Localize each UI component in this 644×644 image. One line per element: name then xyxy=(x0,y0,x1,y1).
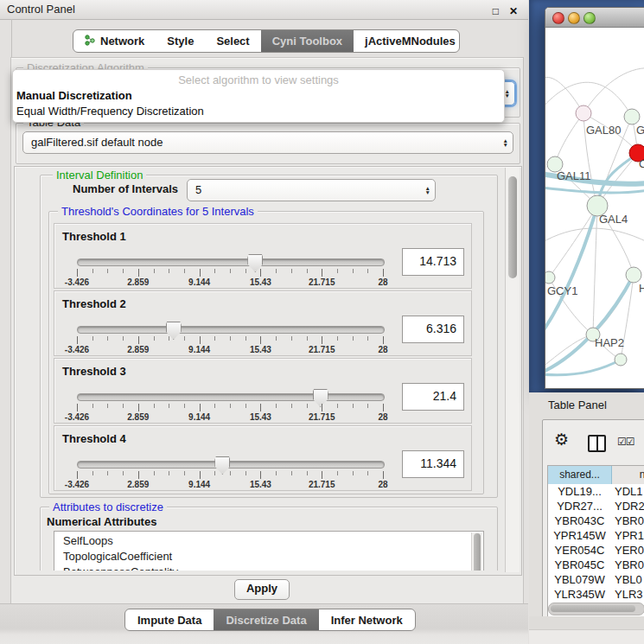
control-panel-tabbar: Network Style Select Cyni Toolbox jActiv… xyxy=(73,29,460,53)
columns-icon[interactable] xyxy=(588,435,606,452)
threshold-3-card: Threshold 3 -3.4262.8599.14415.4321.7152… xyxy=(54,358,472,424)
node-label: HAP2 xyxy=(595,336,624,349)
cell: YDR2 xyxy=(615,499,644,513)
number-of-intervals-combobox[interactable]: 5 ▲ ▼ xyxy=(187,179,436,201)
network-view-window: GAL80 GA GAL11 C GAL4 GCY1 H HAP2 xyxy=(545,7,644,389)
node-label: GCY1 xyxy=(547,284,577,297)
tick-label: 28 xyxy=(378,345,387,354)
tab-style[interactable]: Style xyxy=(156,30,205,52)
threshold-3-value-field[interactable]: 21.4 xyxy=(402,383,464,411)
table-row[interactable]: YBR043CYBR0 xyxy=(548,513,644,528)
slider-tick-labels: -3.4262.8599.14415.4321.71528 xyxy=(77,412,383,423)
zoom-traffic-light[interactable] xyxy=(583,12,596,24)
tick-label: 21.715 xyxy=(309,345,335,354)
threshold-1-value-field[interactable]: 14.713 xyxy=(402,248,464,276)
threshold-1-card: Threshold 1 -3.4262.8599.14415.4321.7152… xyxy=(54,223,472,289)
network-node[interactable] xyxy=(615,354,627,366)
list-item[interactable]: SelfLoops xyxy=(63,533,113,549)
cell: YPR1 xyxy=(615,528,644,543)
threshold-4-slider[interactable] xyxy=(77,461,385,469)
tick-label: 9.144 xyxy=(188,480,210,489)
close-traffic-light[interactable] xyxy=(552,12,564,24)
network-window-titlebar[interactable] xyxy=(545,8,644,28)
tick-label: 9.144 xyxy=(188,277,210,287)
menu-item-manual-discretization[interactable]: Manual Discretization xyxy=(16,89,132,102)
tick-label: -3.426 xyxy=(65,412,89,422)
tick-label: 28 xyxy=(378,412,387,422)
numerical-attributes-list[interactable]: SelfLoops TopologicalCoefficient Between… xyxy=(54,531,484,571)
node-table: shared... n YDL19...YDL1 YDR27...YDR2 YB… xyxy=(547,465,644,616)
tick-label: 21.715 xyxy=(309,277,335,287)
select-columns-checkboxes-icon[interactable]: ☑☑ xyxy=(617,436,634,448)
number-of-intervals-label: Number of Intervals xyxy=(73,182,178,195)
combo-stepper-icon: ▲ ▼ xyxy=(425,186,430,194)
tab-select-label: Select xyxy=(216,35,249,48)
node-label: C xyxy=(639,157,644,170)
slider-ticks xyxy=(77,471,383,480)
column-header-shared-name[interactable]: shared... xyxy=(548,466,612,485)
tick-label: -3.426 xyxy=(65,277,89,287)
list-item[interactable]: TopologicalCoefficient xyxy=(63,549,172,564)
table-row[interactable]: YPR145WYPR1 xyxy=(548,528,644,543)
minimize-traffic-light[interactable] xyxy=(568,12,580,24)
tick-label: 15.43 xyxy=(250,277,271,287)
column-header-name[interactable]: n xyxy=(612,466,644,485)
network-node[interactable] xyxy=(626,267,641,283)
settings-viewport: Interval Definition Number of Intervals … xyxy=(16,168,505,571)
tick-label: 15.43 xyxy=(250,480,271,489)
tab-network[interactable]: Network xyxy=(73,30,156,52)
numerical-attributes-label: Numerical Attributes xyxy=(47,515,156,528)
threshold-1-slider[interactable] xyxy=(77,258,385,266)
settings-scrollbar[interactable] xyxy=(505,168,520,572)
table-row[interactable]: YDL19...YDL1 xyxy=(548,484,644,499)
network-canvas[interactable]: GAL80 GA GAL11 C GAL4 GCY1 H HAP2 xyxy=(545,27,644,387)
list-scrollbar[interactable] xyxy=(471,532,482,571)
number-of-intervals-value: 5 xyxy=(195,180,201,200)
tab-select[interactable]: Select xyxy=(205,30,260,52)
tick-label: 21.715 xyxy=(309,412,335,422)
tab-infer-network[interactable]: Infer Network xyxy=(319,609,415,630)
list-item[interactable]: BetweennessCentrality xyxy=(63,564,178,571)
tick-label: 9.144 xyxy=(188,412,210,422)
cell: YDL1 xyxy=(615,484,644,499)
table-data-combobox[interactable]: galFiltered.sif default node ▲ ▼ xyxy=(22,131,513,154)
tick-label: 15.43 xyxy=(250,412,271,422)
settings-scrollbar-thumb[interactable] xyxy=(508,176,517,278)
node-label: H xyxy=(639,282,644,295)
gear-icon[interactable]: ⚙ xyxy=(554,431,569,449)
menu-item-equal-width-frequency[interactable]: Equal Width/Frequency Discretization xyxy=(16,105,204,118)
table-row[interactable]: YLR345WYLR3 xyxy=(548,587,644,602)
tick-label: 2.859 xyxy=(127,412,149,422)
table-row[interactable]: YER054CYER0 xyxy=(548,543,644,558)
table-row[interactable]: YDR27...YDR2 xyxy=(548,499,644,513)
tab-cyni-toolbox[interactable]: Cyni Toolbox xyxy=(261,30,354,52)
apply-button[interactable]: Apply xyxy=(234,579,290,600)
list-scrollbar-thumb[interactable] xyxy=(474,533,481,571)
table-row[interactable]: YBL079WYBL0 xyxy=(548,572,644,587)
table-data-combobox-value: galFiltered.sif default node xyxy=(31,132,163,152)
cell: YER054C xyxy=(548,543,611,558)
arrow-down-icon: ▼ xyxy=(425,190,430,194)
threshold-2-slider[interactable] xyxy=(77,326,385,334)
tab-impute-data[interactable]: Impute Data xyxy=(125,609,214,630)
float-window-icon[interactable]: □ xyxy=(493,3,499,21)
table-horizontal-scrollbar-thumb[interactable] xyxy=(551,605,635,612)
threshold-4-value-field[interactable]: 11.344 xyxy=(402,450,464,478)
network-node-gcy1[interactable] xyxy=(545,271,555,284)
tab-jactivemnodules[interactable]: jActiveMNodules xyxy=(354,30,460,52)
threshold-2-value-field[interactable]: 6.316 xyxy=(402,316,464,343)
cell: YBL0 xyxy=(615,572,644,587)
threshold-3-slider[interactable] xyxy=(77,393,385,401)
cell: YBR045C xyxy=(548,558,611,572)
network-node[interactable] xyxy=(624,109,640,124)
attributes-to-discretize-title: Attributes to discretize xyxy=(49,501,167,513)
table-horizontal-scrollbar[interactable] xyxy=(548,603,644,615)
tick-label: 2.859 xyxy=(127,480,149,489)
table-panel-footer-lower xyxy=(529,630,644,644)
tab-discretize-data-label: Discretize Data xyxy=(226,614,306,627)
tab-discretize-data[interactable]: Discretize Data xyxy=(214,609,318,630)
network-node-gal80[interactable] xyxy=(576,105,591,121)
close-panel-icon[interactable]: ✕ xyxy=(509,3,518,21)
table-row[interactable]: YBR045CYBR0 xyxy=(548,558,644,572)
tab-jactivemnodules-label: jActiveMNodules xyxy=(365,35,456,48)
